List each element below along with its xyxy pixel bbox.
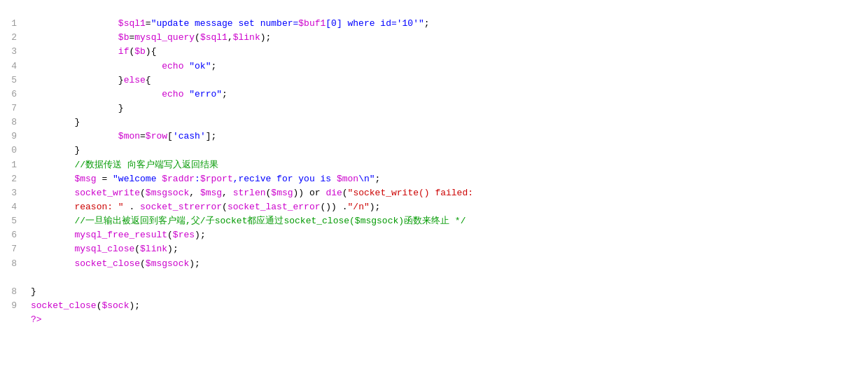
code-line: } — [31, 102, 868, 116]
code-line: $sql1="update message set number=$buf1[0… — [31, 17, 868, 31]
code-line: //一旦输出被返回到客户端,父/子socket都应通过socket_close(… — [31, 214, 868, 228]
code-line: socket_write($msgsock, $msg, strlen($msg… — [31, 186, 868, 200]
code-line: ?> — [31, 313, 868, 327]
code-line: } — [31, 285, 868, 299]
code-line — [31, 3, 868, 17]
code-editor: 1 2 3 4 5 6 7 8 9 0 1 2 3 4 5 6 7 8 8 9 … — [0, 0, 868, 376]
code-line: socket_close($sock); — [31, 299, 868, 313]
line-numbers: 1 2 3 4 5 6 7 8 9 0 1 2 3 4 5 6 7 8 8 9 — [0, 0, 22, 376]
code-line: $msg = "welcome $raddr:$rport,recive for… — [31, 172, 868, 186]
code-lines: $sql1="update message set number=$buf1[0… — [22, 0, 868, 376]
code-line — [31, 271, 868, 285]
code-line: if($b){ — [31, 45, 868, 59]
code-line: echo "ok"; — [31, 60, 868, 74]
code-line: echo "erro"; — [31, 88, 868, 102]
code-line: $b=mysql_query($sql1,$link); — [31, 31, 868, 45]
code-line: }else{ — [31, 74, 868, 88]
code-line: mysql_free_result($res); — [31, 228, 868, 242]
code-line: reason: " . socket_strerror(socket_last_… — [31, 200, 868, 214]
code-line: mysql_close($link); — [31, 242, 868, 256]
code-line: $mon=$row['cash']; — [31, 130, 868, 144]
code-line: } — [31, 116, 868, 130]
code-line: //数据传送 向客户端写入返回结果 — [31, 158, 868, 172]
code-line: socket_close($msgsock); — [31, 257, 868, 271]
code-line: } — [31, 144, 868, 158]
